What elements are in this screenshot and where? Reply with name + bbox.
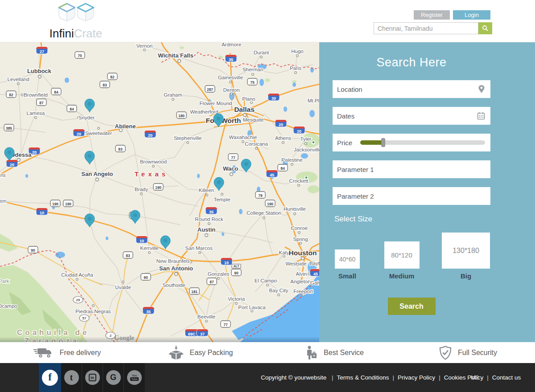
map-city-label: Crockett	[289, 178, 309, 184]
svg-text:190: 190	[52, 202, 58, 206]
twitter-icon[interactable]: t	[61, 363, 82, 392]
map-city-label: Paris	[290, 65, 301, 71]
svg-text:27: 27	[40, 49, 44, 54]
map-city-label: Gainesville	[218, 75, 243, 80]
price-field: Price	[333, 134, 490, 151]
svg-text:87: 87	[39, 101, 44, 105]
map[interactable]: 2770828384828784385202020203528775301802…	[0, 42, 319, 342]
delivery-truck-icon	[33, 347, 54, 359]
map-city-label: Mesquite	[243, 117, 264, 122]
highway-shield-u-181: 181	[189, 288, 199, 294]
location-field[interactable]: Location	[333, 80, 490, 98]
highway-shield-u-90: 90	[141, 274, 151, 280]
map-city-label: Ardmore	[222, 42, 241, 47]
select-size-label: Select Size	[334, 215, 490, 224]
svg-text:83: 83	[118, 147, 123, 151]
highway-shield-i-35: 35	[225, 55, 237, 62]
size-option-big[interactable]: 130*180	[442, 233, 490, 269]
social-bar: f t in G YouTube	[39, 363, 145, 392]
parameter1-field[interactable]: Parameter 1	[333, 160, 490, 178]
feature-label: Free delivery	[60, 349, 101, 357]
dates-field[interactable]: Dates	[333, 107, 490, 125]
linkedin-icon[interactable]: in	[82, 363, 103, 392]
map-city-label: Katy	[279, 250, 289, 255]
highway-shield-i-45: 45	[310, 269, 319, 276]
map-city-label: Monahans	[0, 172, 6, 178]
highway-shield-i-20: 20	[6, 160, 18, 167]
highway-shield-i-20: 20	[293, 127, 305, 134]
svg-text:20: 20	[148, 133, 152, 138]
map-city-label: Durant	[254, 50, 269, 55]
map-city-label: Houston	[289, 249, 317, 257]
highway-shield-u-385: 385	[4, 124, 14, 131]
highway-shield-u-87: 87	[207, 278, 217, 285]
price-slider-handle[interactable]	[381, 138, 385, 147]
map-city-label: Waxahachie	[229, 135, 257, 140]
login-button[interactable]: Login	[453, 10, 490, 20]
search-icon	[482, 25, 489, 32]
map-city-label: San Marcos	[185, 245, 213, 251]
brand-light: Crate	[74, 27, 103, 40]
dates-label: Dates	[337, 112, 354, 120]
price-label: Price	[337, 139, 352, 147]
svg-text:75: 75	[250, 80, 255, 85]
svg-text:69C: 69C	[188, 332, 196, 336]
map-city-label: Dallas	[234, 106, 255, 113]
map-city-label: Hugo	[291, 49, 304, 54]
terms-link[interactable]: Terms & Conditions	[337, 374, 389, 381]
google-plus-icon[interactable]: G	[103, 363, 124, 392]
map-region-label: Texas	[135, 170, 169, 178]
svg-text:385: 385	[6, 126, 12, 131]
feature-label: Best Service	[324, 349, 364, 357]
header-search-button[interactable]	[478, 22, 492, 34]
highway-shield-u-77: 77	[221, 321, 230, 327]
features-strip: Free delivery Easy Packing	[0, 342, 535, 363]
size-labels: Small Medium Big	[333, 272, 490, 280]
map-city-label: Uvalde	[115, 285, 131, 290]
highway-shield-i-35: 35	[143, 307, 154, 314]
highway-shield-alt-90: ALT90	[231, 264, 241, 276]
header-search-input[interactable]	[374, 22, 478, 34]
highway-shield-u-87: 87	[37, 99, 46, 106]
map-city-label: Southside	[162, 282, 185, 288]
price-slider[interactable]	[360, 140, 485, 145]
youtube-icon[interactable]: YouTube	[124, 363, 145, 392]
map-city-label: Plano	[242, 96, 255, 102]
logo[interactable]: InfiniCrate	[45, 3, 107, 39]
map-city-label: Sherman	[243, 67, 263, 72]
feature-label: Easy Packing	[190, 349, 233, 357]
map-city-label: San Antonio	[159, 265, 193, 272]
feature-free-delivery: Free delivery	[0, 347, 134, 359]
svg-text:84: 84	[54, 90, 58, 94]
map-city-label: Levelland	[7, 77, 29, 82]
highway-shield-u-190: 190	[63, 200, 73, 207]
calendar-icon	[477, 112, 485, 120]
map-city-label: Huntsville	[284, 206, 306, 212]
main: 2770828384828784385202020203528775301802…	[0, 42, 535, 342]
svg-text:84: 84	[70, 107, 74, 111]
price-slider-fill	[360, 140, 383, 145]
facebook-icon[interactable]: f	[39, 363, 61, 392]
size-option-medium[interactable]: 80*120	[384, 241, 420, 269]
contact-link[interactable]: Contact us	[492, 374, 521, 381]
highway-shield-i-20: 20	[275, 120, 287, 127]
highway-shield-u-84: 84	[67, 105, 77, 112]
map-city-label: Conroe	[291, 225, 308, 231]
privacy-link[interactable]: Privacy Policy	[398, 374, 435, 381]
parameter2-field[interactable]: Parameter 2	[333, 187, 490, 205]
svg-text:45: 45	[270, 173, 274, 177]
map-city-label: Snyder	[78, 115, 95, 120]
register-button[interactable]: Register	[414, 10, 450, 20]
size-option-small[interactable]: 40*60	[335, 249, 360, 269]
map-city-label: Sweetwater	[85, 131, 112, 136]
map-city-label: Graham	[164, 92, 182, 98]
highway-shield-u-84: 84	[51, 88, 61, 95]
svg-text:30: 30	[272, 96, 276, 101]
map-city-label: Lubbock	[27, 68, 52, 74]
header-search	[374, 22, 492, 34]
svg-text:83: 83	[103, 83, 107, 87]
svg-text:90: 90	[31, 248, 35, 253]
panel-search-button[interactable]: Search	[388, 298, 436, 315]
svg-text:82: 82	[110, 75, 115, 79]
svg-text:77: 77	[231, 155, 235, 160]
